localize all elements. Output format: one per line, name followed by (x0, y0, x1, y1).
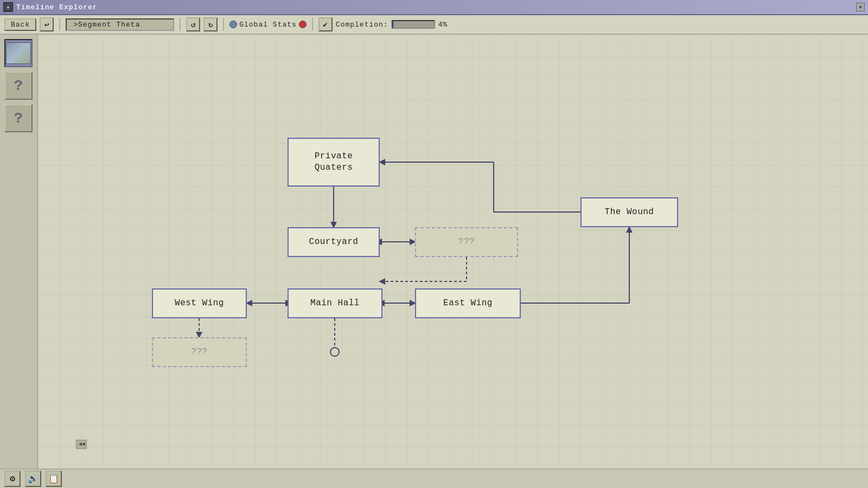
sidebar-question-icon-2: ? (14, 110, 23, 127)
sidebar: ? ? (0, 35, 38, 468)
node-label-unknown-courtyard: ??? (458, 236, 475, 248)
completion-section: ✔ Completion: 4% (318, 17, 448, 31)
sidebar-item-map[interactable] (4, 39, 33, 67)
bottom-icon-3[interactable]: 📋 (46, 471, 62, 487)
segment-display: >Segment Theta (66, 18, 174, 31)
forward-icon[interactable]: ↻ (203, 17, 218, 31)
back-button[interactable]: Back (4, 18, 36, 31)
node-unknown-courtyard[interactable]: ??? (415, 227, 518, 257)
toolbar-divider-1 (59, 18, 60, 31)
back-arrow-icon[interactable]: ↩ (40, 17, 54, 31)
node-label-west-wing: West Wing (175, 298, 224, 309)
toolbar-divider-3 (223, 18, 224, 31)
scroll-indicator: ◄◄ (76, 440, 87, 449)
node-private-quarters[interactable]: PrivateQuaters (288, 138, 380, 187)
title-bar: ◈ Timeline Explorer ✕ (0, 0, 868, 15)
close-button[interactable]: ✕ (856, 3, 865, 11)
app-icon: ◈ (3, 2, 13, 12)
refresh-icon[interactable]: ↺ (186, 17, 200, 31)
global-stats-button[interactable]: Global Stats (229, 21, 307, 29)
completion-label: Completion: (336, 21, 388, 29)
node-label-courtyard: Courtyard (309, 236, 359, 248)
node-label-east-wing: East Wing (443, 298, 493, 309)
node-label-main-hall: Main Hall (310, 298, 360, 309)
bottom-icon-1[interactable]: ⚙ (4, 471, 21, 487)
bottom-bar: ⚙ 🔊 📋 (0, 468, 868, 488)
node-main-hall[interactable]: Main Hall (288, 288, 382, 318)
map-thumbnail (6, 42, 31, 64)
node-unknown-west[interactable]: ??? (152, 337, 247, 367)
toolbar-divider-2 (180, 18, 181, 31)
completion-percent: 4% (438, 21, 448, 29)
main-layout: ? ? (0, 35, 868, 468)
node-east-wing[interactable]: East Wing (415, 288, 521, 318)
bottom-icon-2[interactable]: 🔊 (25, 471, 41, 487)
canvas-area: PrivateQuaters Courtyard ??? The Wound W… (38, 35, 868, 468)
app-title: Timeline Explorer (16, 3, 856, 11)
svg-point-13 (330, 348, 339, 356)
node-the-wound[interactable]: The Wound (580, 197, 678, 227)
completion-icon: ✔ (318, 17, 333, 31)
sidebar-question-icon-1: ? (14, 78, 23, 94)
global-stats-label: Global Stats (239, 21, 297, 29)
sidebar-item-unknown-2[interactable]: ? (4, 104, 33, 132)
stats-dot-icon (299, 21, 307, 28)
completion-bar (392, 20, 435, 29)
node-label-the-wound: The Wound (605, 207, 654, 218)
node-label-private-quarters: PrivateQuaters (315, 151, 353, 174)
toolbar-divider-4 (312, 18, 313, 31)
sidebar-item-unknown-1[interactable]: ? (4, 72, 33, 100)
node-label-unknown-west: ??? (191, 346, 207, 358)
stats-globe-icon (229, 21, 237, 28)
node-courtyard[interactable]: Courtyard (288, 227, 380, 257)
node-west-wing[interactable]: West Wing (152, 288, 247, 318)
toolbar: Back ↩ >Segment Theta ↺ ↻ Global Stats ✔… (0, 15, 868, 35)
completion-fill (393, 21, 394, 28)
